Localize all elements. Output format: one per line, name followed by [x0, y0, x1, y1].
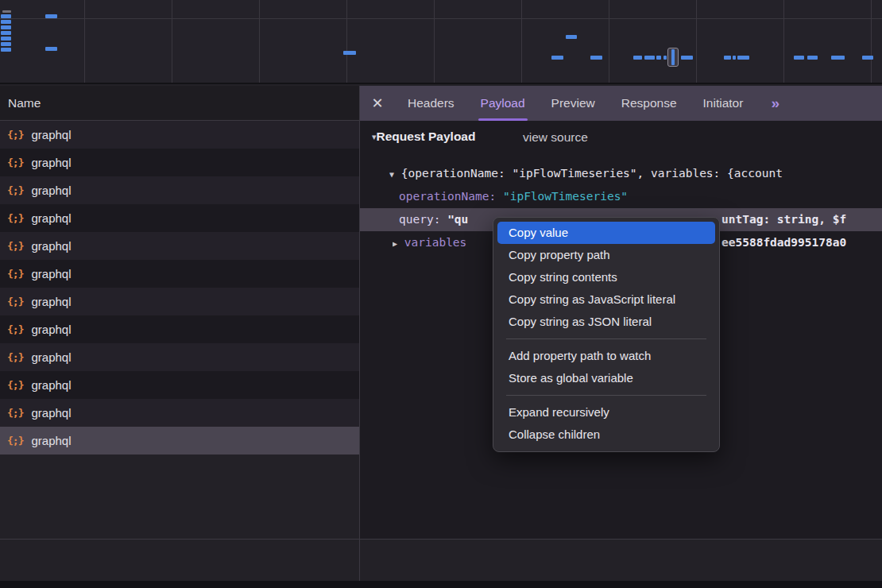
request-timing-bar[interactable]: [45, 14, 57, 18]
request-timing-bar[interactable]: [737, 56, 749, 60]
waterfall-gridline: [346, 0, 347, 83]
property-value-fragment: ee5588fdad995178a0: [721, 236, 846, 249]
request-row[interactable]: {;}graphql: [0, 204, 359, 232]
query-row[interactable]: query: "qu: [399, 208, 468, 231]
json-braces-icon: {;}: [7, 129, 23, 141]
view-source-link[interactable]: view source: [523, 130, 588, 145]
request-timing-bar[interactable]: [566, 35, 577, 39]
request-timing-bar[interactable]: [656, 56, 661, 60]
menu-item-store-as-global-variable[interactable]: Store as global variable: [497, 367, 715, 389]
menu-item-copy-string-as-javascript-literal[interactable]: Copy string as JavaScript literal: [497, 288, 715, 311]
expanded-triangle-icon[interactable]: ▼: [389, 170, 394, 179]
request-row[interactable]: {;}graphql: [0, 315, 359, 343]
request-timing-bar[interactable]: [794, 56, 804, 60]
request-row[interactable]: {;}graphql: [0, 176, 359, 204]
waterfall-gridline: [521, 0, 522, 83]
window-bottom-edge: [0, 581, 882, 588]
request-timing-bar[interactable]: [1, 20, 11, 24]
json-braces-icon: {;}: [7, 184, 23, 196]
request-row[interactable]: {;}graphql: [0, 149, 359, 176]
json-braces-icon: {;}: [7, 351, 23, 363]
request-row[interactable]: {;}graphql: [0, 232, 359, 260]
request-row[interactable]: {;}graphql: [0, 121, 359, 149]
request-name: graphql: [31, 267, 71, 280]
waterfall-gridline-horizontal: [0, 18, 882, 19]
tab-payload[interactable]: Payload: [481, 86, 525, 121]
more-tabs-icon[interactable]: »: [771, 95, 779, 112]
request-timing-bar[interactable]: [671, 49, 675, 65]
payload-root-preview: {operationName: "ipFlowTimeseries", vari…: [401, 167, 783, 180]
tab-headers[interactable]: Headers: [408, 86, 455, 121]
request-timing-bar[interactable]: [1, 42, 11, 46]
tab-response[interactable]: Response: [621, 86, 677, 121]
request-row[interactable]: {;}graphql: [0, 427, 359, 455]
detail-tabs: HeadersPayloadPreviewResponseInitiator: [408, 86, 769, 121]
request-name: graphql: [31, 211, 71, 225]
request-timing-bar[interactable]: [551, 56, 563, 60]
waterfall-gridline: [696, 0, 697, 83]
tab-preview[interactable]: Preview: [551, 86, 595, 121]
request-timing-bar[interactable]: [733, 56, 736, 60]
devtools-network-panel: { "waterfall": { "bar_color": "#4d87e0",…: [0, 0, 882, 588]
panel-divider[interactable]: [359, 86, 360, 581]
json-braces-icon: {;}: [7, 157, 23, 168]
operation-name-row[interactable]: operationName: "ipFlowTimeseries": [399, 185, 882, 208]
menu-item-copy-value[interactable]: Copy value: [497, 222, 715, 244]
request-timing-bar[interactable]: [633, 56, 642, 60]
request-timing-bar[interactable]: [663, 56, 667, 60]
request-row[interactable]: {;}graphql: [0, 288, 359, 315]
request-timing-bar[interactable]: [831, 56, 845, 60]
menu-item-copy-property-path[interactable]: Copy property path: [497, 244, 715, 266]
request-row[interactable]: {;}graphql: [0, 260, 359, 288]
collapsed-triangle-icon[interactable]: ▶: [393, 239, 397, 248]
request-row[interactable]: {;}graphql: [0, 371, 359, 399]
request-row[interactable]: {;}graphql: [0, 343, 359, 371]
request-payload-header: ▾Request Payload: [372, 130, 475, 144]
request-timing-bar[interactable]: [45, 47, 57, 51]
waterfall-gridline: [783, 0, 784, 83]
payload-root-row[interactable]: ▼ {operationName: "ipFlowTimeseries", va…: [389, 162, 882, 185]
request-timing-bar[interactable]: [681, 56, 693, 60]
request-timing-bar[interactable]: [343, 51, 356, 55]
property-key: variables: [404, 236, 467, 249]
request-name: graphql: [31, 434, 71, 447]
request-timing-bar[interactable]: [862, 56, 873, 60]
request-timing-bar[interactable]: [1, 37, 11, 41]
variables-row[interactable]: ▶ variables: [393, 231, 466, 254]
request-timing-bar[interactable]: [644, 56, 655, 60]
waterfall-gridline: [609, 0, 609, 83]
request-timing-bar-gray[interactable]: [2, 10, 11, 13]
context-menu: Copy valueCopy property pathCopy string …: [493, 217, 720, 452]
property-value-start: "qu: [447, 213, 468, 226]
request-timing-bar[interactable]: [1, 14, 11, 18]
json-braces-icon: {;}: [7, 323, 23, 335]
property-value: "ipFlowTimeseries": [503, 190, 628, 203]
request-name: graphql: [31, 378, 71, 392]
column-header-name[interactable]: Name: [0, 86, 359, 121]
property-value-fragment: untTag: string, $f: [721, 213, 846, 226]
tab-initiator[interactable]: Initiator: [703, 86, 744, 121]
requests-panel: Name {;}graphql{;}graphql{;}graphql{;}gr…: [0, 86, 359, 539]
json-braces-icon: {;}: [7, 268, 23, 280]
request-name: graphql: [31, 156, 71, 169]
waterfall-gridline: [434, 0, 435, 83]
waterfall-gridline: [259, 0, 260, 83]
json-braces-icon: {;}: [7, 435, 23, 447]
request-timing-bar[interactable]: [1, 25, 11, 29]
request-timing-bar[interactable]: [724, 56, 731, 60]
waterfall-overview[interactable]: [0, 0, 882, 84]
menu-item-collapse-children[interactable]: Collapse children: [497, 424, 715, 446]
request-timing-bar[interactable]: [1, 48, 11, 52]
waterfall-gridline: [871, 0, 872, 83]
request-timing-bar[interactable]: [1, 31, 11, 35]
request-timing-bar[interactable]: [590, 56, 602, 60]
close-icon[interactable]: ✕: [360, 95, 395, 112]
menu-item-expand-recursively[interactable]: Expand recursively: [497, 401, 715, 424]
menu-item-copy-string-contents[interactable]: Copy string contents: [497, 266, 715, 288]
request-timing-bar[interactable]: [807, 56, 818, 60]
property-key: query:: [399, 213, 440, 226]
waterfall-gridline: [84, 0, 85, 83]
request-row[interactable]: {;}graphql: [0, 399, 359, 427]
menu-item-add-property-path-to-watch[interactable]: Add property path to watch: [497, 345, 715, 367]
menu-item-copy-string-as-json-literal[interactable]: Copy string as JSON literal: [497, 311, 715, 333]
